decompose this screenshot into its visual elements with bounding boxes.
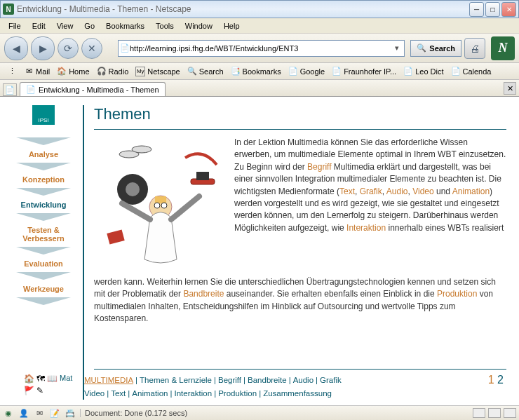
footer-link-themen-lernziele[interactable]: Themen & Lernziele — [140, 376, 212, 384]
footer-link-multimedia[interactable]: MULTIMEDIA — [84, 376, 133, 384]
page-footer: 🏠 🗺 📖 Mat 🚩 ✎ MULTIMEDIA|Themen & Lernzi… — [94, 363, 506, 400]
bm-bookmarks[interactable]: 📑Bookmarks — [228, 65, 284, 78]
mail-status-icon[interactable]: ✉ — [34, 407, 45, 419]
reload-button[interactable]: ⟳ — [58, 38, 79, 59]
composer-icon[interactable]: 📝 — [49, 407, 60, 419]
sidebar-item-konzeption[interactable]: Konzeption — [15, 171, 72, 188]
app-icon: N — [3, 4, 14, 15]
menu-window[interactable]: Window — [181, 20, 217, 32]
menu-bookmarks[interactable]: Bookmarks — [102, 20, 149, 32]
chevron-down-icon — [15, 188, 72, 196]
menu-help[interactable]: Help — [220, 20, 244, 32]
home-icon[interactable]: 🏠 — [24, 374, 34, 384]
back-button[interactable]: ◀ — [4, 36, 28, 60]
new-tab-button[interactable]: 📄 — [3, 83, 17, 96]
radio-icon: 🎧 — [97, 67, 107, 76]
footer-link-produktion[interactable]: Produktion — [218, 389, 257, 398]
bm-leo[interactable]: 📄Leo Dict — [400, 65, 446, 78]
footer-link-begriff[interactable]: Begriff — [218, 376, 241, 384]
link-text[interactable]: Text — [339, 187, 355, 196]
menu-view[interactable]: View — [53, 20, 78, 32]
link-grafik[interactable]: Grafik — [360, 187, 382, 196]
close-button[interactable]: ✕ — [501, 2, 516, 17]
svg-point-13 — [154, 203, 160, 208]
status-text: Document: Done (0.172 secs) — [80, 409, 469, 417]
bm-calendar[interactable]: 📄Calenda — [448, 65, 494, 78]
forward-button[interactable]: ▶ — [31, 36, 55, 60]
url-bar[interactable]: 📄 ▾ — [118, 40, 405, 57]
edit-icon[interactable]: ✎ — [36, 386, 43, 395]
body-text-continued: werden kann. Weiterhin lernen Sie die un… — [94, 276, 506, 325]
footer-link-bandbreite[interactable]: Bandbreite — [248, 376, 287, 384]
link-video[interactable]: Video — [412, 187, 433, 196]
footer-link-audio[interactable]: Audio — [293, 376, 314, 384]
address-icon[interactable]: 📇 — [65, 407, 76, 419]
bookmark-icon[interactable]: 📄 — [120, 43, 130, 53]
page-current: 1 — [488, 374, 494, 386]
stop-button[interactable]: ✕ — [81, 38, 102, 59]
bm-google[interactable]: 📄Google — [285, 65, 328, 78]
page-icon: 📄 — [403, 67, 413, 76]
chevron-down-icon — [15, 163, 72, 171]
link-begriff[interactable]: Begriff — [307, 162, 331, 172]
tab-active[interactable]: 📄 Entwicklung - Multimedia - Themen — [20, 82, 166, 96]
search-icon: 🔍 — [417, 43, 426, 53]
link-bandbreite[interactable]: Bandbreite — [183, 289, 224, 299]
connection-indicator[interactable] — [488, 408, 501, 418]
window-titlebar: N Entwicklung - Multimedia - Themen - Ne… — [0, 0, 519, 18]
bm-mail[interactable]: ✉Mail — [21, 65, 53, 78]
bm-fraunhofer[interactable]: 📄Fraunhofer IP... — [329, 65, 399, 78]
sidebar-item-analyse[interactable]: Analyse — [15, 146, 72, 163]
menu-edit[interactable]: Edit — [28, 20, 50, 32]
bm-netscape[interactable]: MyNetscape — [133, 65, 182, 78]
bookmarks-icon: 📑 — [231, 67, 241, 76]
tab-close-button[interactable]: ✕ — [504, 82, 516, 95]
sidebar-item-testen-verbessern[interactable]: Testen & Verbessern — [15, 222, 72, 247]
map-icon[interactable]: 🗺 — [36, 374, 45, 384]
netscape-icon[interactable]: ◉ — [3, 407, 14, 419]
bm-search[interactable]: 🔍Search — [184, 65, 227, 78]
url-dropdown-icon[interactable]: ▾ — [391, 43, 403, 53]
status-bar: ◉ 👤 ✉ 📝 📇 Document: Done (0.172 secs) — [0, 405, 519, 420]
footer-link-grafik[interactable]: Grafik — [320, 376, 342, 384]
link-animation[interactable]: Animation — [452, 187, 490, 196]
chevron-down-icon — [15, 213, 72, 222]
mat-link[interactable]: Mat — [60, 374, 72, 384]
footer-link-interaktion[interactable]: Interaktion — [174, 389, 212, 398]
sidebar-item-werkzeuge[interactable]: Werkzeuge — [15, 280, 72, 297]
maximize-button[interactable]: □ — [485, 2, 500, 17]
mail-icon: ✉ — [24, 67, 34, 76]
url-input[interactable] — [130, 41, 391, 56]
page-icon: 📄 — [451, 67, 461, 76]
search-button[interactable]: 🔍 Search — [410, 40, 461, 57]
link-audio[interactable]: Audio — [386, 187, 408, 196]
menu-tools[interactable]: Tools — [151, 20, 178, 32]
cookie-indicator[interactable] — [504, 408, 516, 418]
footer-link-video[interactable]: Video — [84, 389, 105, 398]
home-icon: 🏠 — [57, 67, 67, 76]
link-interaktion[interactable]: Interaktion — [346, 223, 386, 233]
security-indicator[interactable] — [473, 408, 485, 418]
link-produktion[interactable]: Produktion — [437, 289, 477, 299]
bm-home[interactable]: 🏠Home — [54, 65, 92, 78]
page-next[interactable]: 2 — [497, 374, 504, 386]
bookmarks-handle[interactable]: ⋮ — [4, 65, 20, 78]
footer-link-animation[interactable]: Animation — [132, 389, 168, 398]
aim-icon[interactable]: 👤 — [18, 407, 29, 419]
sidebar-item-entwicklung[interactable]: Entwicklung — [15, 196, 72, 213]
book-icon[interactable]: 📖 — [47, 374, 58, 384]
pager: 1 2 — [488, 374, 506, 386]
print-button[interactable]: 🖨 — [464, 38, 485, 59]
minimize-button[interactable]: ─ — [469, 2, 484, 17]
flag-icon[interactable]: 🚩 — [24, 386, 34, 395]
menu-file[interactable]: File — [4, 20, 25, 32]
footer-icons: 🏠 🗺 📖 Mat 🚩 ✎ — [24, 374, 84, 395]
sidebar-item-evaluation[interactable]: Evaluation — [15, 255, 72, 272]
footer-link-zusammenfassung[interactable]: Zusammenfassung — [263, 389, 332, 398]
svg-rect-17 — [196, 172, 209, 180]
bm-radio[interactable]: 🎧Radio — [94, 65, 132, 78]
illustration — [94, 137, 227, 273]
menu-go[interactable]: Go — [80, 20, 99, 32]
body-text: In der Lektion Multimedia können Sie das… — [234, 137, 506, 273]
footer-link-text[interactable]: Text — [111, 389, 126, 398]
